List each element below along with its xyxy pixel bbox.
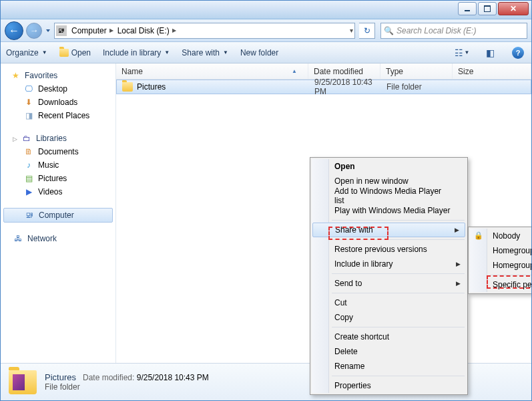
- back-button[interactable]: ←: [5, 21, 23, 40]
- ctx-create-shortcut[interactable]: Create shortcut: [312, 329, 466, 344]
- ctx-rename[interactable]: Rename: [312, 359, 466, 374]
- include-in-library-button[interactable]: Include in library▼: [103, 48, 170, 57]
- ctx-restore-versions[interactable]: Restore previous versions: [312, 242, 466, 257]
- videos-icon: ▶: [23, 186, 34, 197]
- close-button[interactable]: ✕: [498, 2, 529, 15]
- context-menu: Open Open in new window Add to Windows M…: [310, 157, 468, 395]
- ctx-homegroup-readwrite[interactable]: Homegroup (Read/Write): [470, 258, 532, 273]
- sidebar-computer[interactable]: 🖳Computer: [3, 208, 113, 223]
- desktop-icon: 🖵: [23, 84, 34, 94]
- explorer-window: ✕ ← → 🖳 Computer▶ Local Disk (E:)▶ ▾ ↻ 🔍…: [0, 0, 532, 401]
- details-type: File folder: [45, 382, 209, 392]
- share-with-button[interactable]: Share with▼: [182, 48, 228, 57]
- view-options-button[interactable]: ☷▼: [454, 47, 470, 58]
- breadcrumb-computer[interactable]: Computer▶: [69, 23, 115, 38]
- new-folder-button[interactable]: New folder: [240, 48, 278, 57]
- computer-icon: 🖳: [24, 210, 35, 221]
- ctx-share-with[interactable]: Share with▶: [312, 223, 465, 237]
- recent-icon: ◨: [23, 110, 34, 121]
- folder-icon: [59, 49, 69, 57]
- toolbar: Organize▼ Open Include in library▼ Share…: [1, 42, 531, 63]
- preview-pane-button[interactable]: ◧: [482, 47, 498, 58]
- file-list-pane: Name▲ Date modified Type Size Pictures 9…: [115, 63, 531, 363]
- ctx-properties[interactable]: Properties: [312, 378, 466, 393]
- nav-history-dropdown[interactable]: [46, 29, 50, 32]
- column-type[interactable]: Type: [380, 63, 453, 79]
- open-button[interactable]: Open: [59, 48, 91, 57]
- content-area: ★Favorites 🖵Desktop ⬇Downloads ◨Recent P…: [1, 63, 531, 363]
- file-row-pictures[interactable]: Pictures 9/25/2018 10:43 PM File folder: [116, 80, 531, 94]
- help-button[interactable]: ?: [510, 47, 526, 59]
- maximize-button[interactable]: [478, 2, 497, 15]
- music-icon: ♪: [23, 160, 34, 170]
- file-date: 9/25/2018 10:43 PM: [309, 78, 381, 96]
- sidebar-libraries[interactable]: ▷🗀Libraries: [1, 132, 115, 145]
- details-date: 9/25/2018 10:43 PM: [137, 373, 209, 382]
- details-date-label: Date modified:: [83, 373, 134, 382]
- search-input[interactable]: 🔍 Search Local Disk (E:): [380, 23, 527, 39]
- downloads-icon: ⬇: [23, 97, 34, 108]
- search-icon: 🔍: [384, 26, 394, 35]
- ctx-cut[interactable]: Cut: [312, 295, 466, 310]
- sidebar-favorites[interactable]: ★Favorites: [1, 69, 115, 82]
- search-placeholder: Search Local Disk (E:): [396, 26, 476, 35]
- navigation-pane: ★Favorites 🖵Desktop ⬇Downloads ◨Recent P…: [1, 63, 115, 363]
- sidebar-videos[interactable]: ▶Videos: [1, 185, 115, 198]
- submenu-arrow-icon: ▶: [456, 261, 461, 267]
- pictures-icon: ▤: [23, 173, 34, 184]
- ctx-specific-people[interactable]: Specific people...: [470, 277, 532, 292]
- sidebar-music[interactable]: ♪Music: [1, 158, 115, 172]
- column-size[interactable]: Size: [453, 63, 531, 79]
- ctx-add-wmp-list[interactable]: Add to Windows Media Player list: [312, 188, 466, 203]
- sidebar-network[interactable]: 🖧Network: [1, 232, 115, 245]
- ctx-open[interactable]: Open: [312, 159, 466, 174]
- ctx-copy[interactable]: Copy: [312, 310, 466, 325]
- forward-button[interactable]: →: [26, 23, 42, 39]
- column-date[interactable]: Date modified: [308, 63, 380, 79]
- address-bar[interactable]: 🖳 Computer▶ Local Disk (E:)▶ ▾: [54, 23, 355, 39]
- details-name: Pictures: [45, 372, 76, 382]
- ctx-send-to[interactable]: Send to▶: [312, 276, 466, 291]
- address-dropdown-icon[interactable]: ▾: [350, 27, 353, 34]
- minimize-button[interactable]: [458, 2, 477, 15]
- ctx-play-wmp[interactable]: Play with Windows Media Player: [312, 203, 466, 218]
- sidebar-desktop[interactable]: 🖵Desktop: [1, 82, 115, 96]
- ctx-homegroup-read[interactable]: Homegroup (Read): [470, 243, 532, 258]
- folder-icon: [122, 82, 133, 92]
- documents-icon: 🗎: [23, 146, 34, 157]
- ctx-include-in-library[interactable]: Include in library▶: [312, 257, 466, 271]
- computer-icon: 🖳: [56, 25, 67, 36]
- sidebar-downloads[interactable]: ⬇Downloads: [1, 96, 115, 109]
- breadcrumb-local-disk[interactable]: Local Disk (E:)▶: [115, 23, 178, 38]
- network-icon: 🖧: [13, 233, 23, 244]
- sort-arrow-icon: ▲: [292, 68, 297, 74]
- nav-bar: ← → 🖳 Computer▶ Local Disk (E:)▶ ▾ ↻ 🔍 S…: [1, 19, 531, 42]
- lock-icon: 🔒: [474, 231, 483, 241]
- expand-icon[interactable]: ▷: [13, 136, 19, 142]
- sidebar-recent-places[interactable]: ◨Recent Places: [1, 109, 115, 122]
- file-type: File folder: [381, 82, 453, 92]
- submenu-arrow-icon: ▶: [456, 280, 461, 287]
- sidebar-documents[interactable]: 🗎Documents: [1, 145, 115, 158]
- submenu-arrow-icon: ▶: [455, 227, 459, 233]
- organize-button[interactable]: Organize▼: [6, 48, 47, 57]
- ctx-delete[interactable]: Delete: [312, 344, 466, 359]
- sidebar-pictures[interactable]: ▤Pictures: [1, 172, 115, 185]
- ctx-nobody[interactable]: 🔒Nobody: [470, 229, 532, 243]
- libraries-icon: 🗀: [21, 133, 32, 144]
- titlebar: ✕: [1, 1, 531, 19]
- refresh-button[interactable]: ↻: [359, 23, 375, 39]
- star-icon: ★: [10, 70, 21, 81]
- file-name: Pictures: [137, 82, 166, 92]
- folder-thumbnail-icon: [9, 370, 37, 394]
- column-name[interactable]: Name▲: [116, 63, 308, 79]
- share-with-submenu: 🔒Nobody Homegroup (Read) Homegroup (Read…: [468, 227, 532, 294]
